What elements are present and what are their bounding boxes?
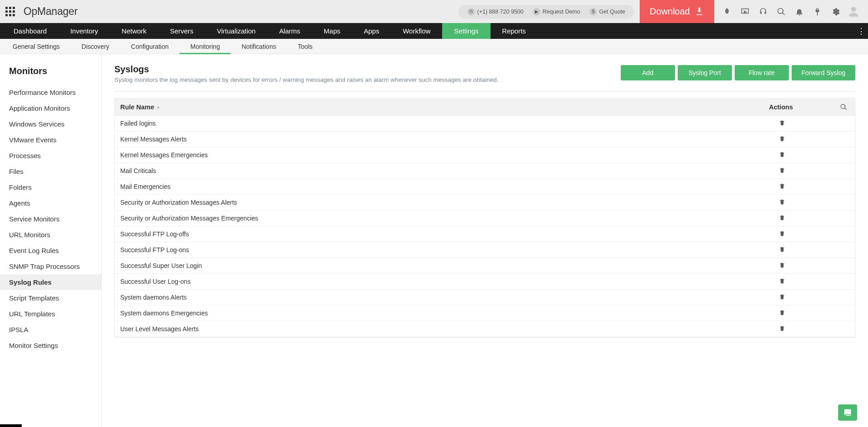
sidebar-item-monitor-settings[interactable]: Monitor Settings	[0, 338, 101, 353]
sidebar-item-folders[interactable]: Folders	[0, 179, 101, 195]
table-row: Successful FTP Log-offs	[115, 226, 855, 242]
delete-icon[interactable]	[779, 120, 785, 127]
rule-actions-cell	[769, 310, 832, 317]
delete-icon[interactable]	[779, 136, 785, 143]
page-title: Syslogs	[114, 64, 621, 75]
mainnav-item-inventory[interactable]: Inventory	[58, 23, 110, 39]
mainnav-item-apps[interactable]: Apps	[352, 23, 391, 39]
rule-name-cell[interactable]: System daemons Emergencies	[115, 310, 769, 317]
sidebar-item-files[interactable]: Files	[0, 164, 101, 179]
bell-icon[interactable]	[790, 3, 808, 21]
mainnav-item-maps[interactable]: Maps	[312, 23, 352, 39]
flow-rate-button[interactable]: Flow rate	[735, 65, 789, 80]
delete-icon[interactable]	[779, 262, 785, 270]
subnav-item-general-settings[interactable]: General Settings	[2, 39, 71, 54]
apps-grid-icon[interactable]	[5, 7, 15, 17]
main-nav-more-icon[interactable]: ⋮	[854, 23, 868, 39]
sidebar-item-vmware-events[interactable]: VMware Events	[0, 132, 101, 148]
delete-icon[interactable]	[779, 246, 785, 254]
mainnav-item-workflow[interactable]: Workflow	[391, 23, 442, 39]
mainnav-item-alarms[interactable]: Alarms	[267, 23, 312, 39]
subnav-item-discovery[interactable]: Discovery	[71, 39, 120, 54]
presentation-icon[interactable]	[736, 3, 754, 21]
sidebar: Monitors Performance MonitorsApplication…	[0, 54, 102, 427]
headset-icon[interactable]	[754, 3, 772, 21]
rule-actions-cell	[769, 199, 832, 206]
subnav-item-tools[interactable]: Tools	[287, 39, 324, 54]
delete-icon[interactable]	[779, 278, 785, 286]
sidebar-item-ipsla[interactable]: IPSLA	[0, 322, 101, 338]
search-icon[interactable]	[772, 3, 790, 21]
rule-name-cell[interactable]: Successful User Log-ons	[115, 278, 769, 285]
mainnav-item-settings[interactable]: Settings	[442, 23, 490, 39]
mainnav-item-servers[interactable]: Servers	[158, 23, 205, 39]
sidebar-item-script-templates[interactable]: Script Templates	[0, 290, 101, 306]
rule-name-cell[interactable]: Kernel Messages Alerts	[115, 136, 769, 143]
rule-actions-cell	[769, 230, 832, 238]
delete-icon[interactable]	[779, 167, 785, 175]
rule-name-cell[interactable]: User Level Messages Alerts	[115, 325, 769, 333]
table-row: Mail Emergencies	[115, 179, 855, 195]
rule-name-cell[interactable]: System daemons Alerts	[115, 294, 769, 301]
user-avatar-icon[interactable]	[844, 3, 863, 21]
request-demo-link[interactable]: ▶ Request Demo	[530, 8, 583, 15]
delete-icon[interactable]	[779, 230, 785, 238]
sidebar-item-snmp-trap-processors[interactable]: SNMP Trap Processors	[0, 258, 101, 274]
sidebar-item-performance-monitors[interactable]: Performance Monitors	[0, 84, 101, 100]
column-actions: Actions	[769, 103, 832, 111]
column-rule-name[interactable]: Rule Name ▲	[115, 103, 769, 111]
syslog-port-button[interactable]: Syslog Port	[678, 65, 732, 80]
rule-name-cell[interactable]: Kernel Messages Emergencies	[115, 151, 769, 159]
mainnav-item-virtualization[interactable]: Virtualization	[205, 23, 268, 39]
rule-name-cell[interactable]: Successful FTP Log-ons	[115, 246, 769, 253]
sidebar-item-syslog-rules[interactable]: Syslog Rules	[0, 274, 101, 290]
sidebar-item-url-monitors[interactable]: URL Monitors	[0, 227, 101, 243]
subnav-item-monitoring[interactable]: Monitoring	[179, 39, 231, 54]
sidebar-item-windows-services[interactable]: Windows Services	[0, 116, 101, 132]
delete-icon[interactable]	[779, 183, 785, 191]
get-quote-link[interactable]: $ Get Quote	[587, 8, 628, 15]
rule-name-cell[interactable]: Successful FTP Log-offs	[115, 230, 769, 238]
mainnav-item-reports[interactable]: Reports	[491, 23, 538, 39]
delete-icon[interactable]	[779, 215, 785, 222]
table-row: User Level Messages Alerts	[115, 321, 855, 337]
rule-actions-cell	[769, 215, 832, 222]
sidebar-item-processes[interactable]: Processes	[0, 148, 101, 164]
mainnav-item-network[interactable]: Network	[110, 23, 158, 39]
brand-logo[interactable]: OpManager	[24, 5, 78, 18]
page-actions: AddSyslog PortFlow rateForward Syslog	[621, 64, 855, 80]
rocket-icon[interactable]	[718, 3, 736, 21]
divider	[114, 91, 855, 92]
delete-icon[interactable]	[779, 199, 785, 206]
rule-name-cell[interactable]: Successful Super User Login	[115, 262, 769, 269]
rule-name-cell[interactable]: Mail Emergencies	[115, 183, 769, 190]
forward-syslog-button[interactable]: Forward Syslog	[792, 65, 855, 80]
sidebar-item-application-monitors[interactable]: Application Monitors	[0, 100, 101, 116]
mainnav-item-dashboard[interactable]: Dashboard	[2, 23, 58, 39]
table-search-icon[interactable]	[832, 103, 855, 111]
rule-name-cell[interactable]: Security or Authorization Messages Emerg…	[115, 215, 769, 222]
delete-icon[interactable]	[779, 310, 785, 317]
delete-icon[interactable]	[779, 151, 785, 159]
subnav-item-notifications[interactable]: Notifications	[231, 39, 287, 54]
rule-actions-cell	[769, 120, 832, 127]
chat-fab[interactable]	[838, 404, 857, 421]
rule-actions-cell	[769, 167, 832, 175]
phone-link[interactable]: ✆ (+1) 888 720 9500	[465, 8, 526, 15]
gear-icon[interactable]	[826, 3, 844, 21]
plug-icon[interactable]	[808, 3, 826, 21]
rule-name-cell[interactable]: Mail Criticals	[115, 167, 769, 174]
sidebar-item-service-monitors[interactable]: Service Monitors	[0, 211, 101, 227]
table-row: Security or Authorization Messages Emerg…	[115, 211, 855, 226]
delete-icon[interactable]	[779, 325, 785, 333]
sidebar-item-event-log-rules[interactable]: Event Log Rules	[0, 243, 101, 258]
sidebar-item-agents[interactable]: Agents	[0, 195, 101, 211]
delete-icon[interactable]	[779, 294, 785, 301]
phone-text: (+1) 888 720 9500	[477, 9, 524, 15]
sidebar-item-url-templates[interactable]: URL Templates	[0, 306, 101, 322]
download-button[interactable]: Download	[640, 0, 714, 23]
subnav-item-configuration[interactable]: Configuration	[120, 39, 179, 54]
add-button[interactable]: Add	[621, 65, 675, 80]
rule-name-cell[interactable]: Security or Authorization Messages Alert…	[115, 199, 769, 206]
rule-name-cell[interactable]: Failed logins	[115, 120, 769, 127]
